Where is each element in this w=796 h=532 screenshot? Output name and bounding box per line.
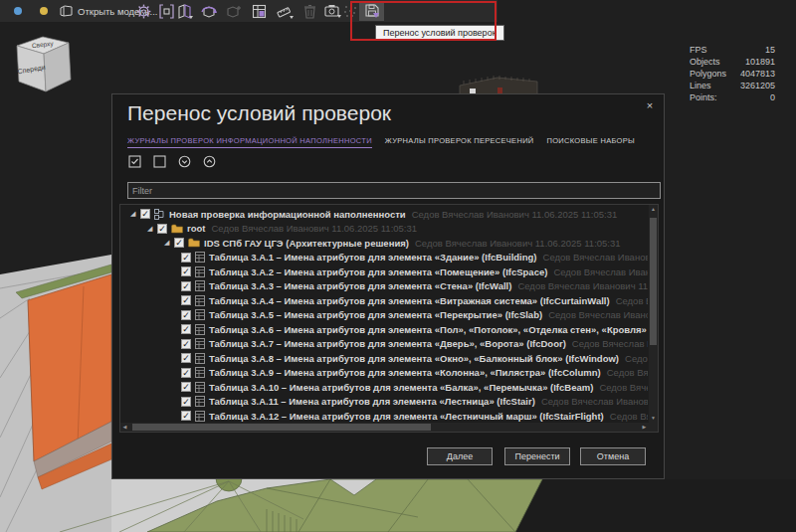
row-checkbox[interactable]: ✓	[181, 310, 191, 320]
table-icon	[195, 396, 205, 407]
stat-label: Points:	[690, 91, 717, 103]
trash-icon	[303, 4, 316, 19]
row-checkbox[interactable]: ✓	[181, 368, 191, 378]
table-icon	[195, 266, 205, 277]
add-cube-icon	[226, 4, 242, 19]
row-checkbox[interactable]: ✓	[181, 295, 191, 305]
row-label: Таблица 3.А.1 – Имена атрибутов для элем…	[209, 252, 537, 263]
horizontal-scroll-thumb[interactable]	[132, 424, 431, 431]
row-meta: Седов Вячеслав Иванович 11.06.2025 11:05…	[548, 309, 648, 320]
stats-panel: FPS15Objects101891Polygons4047813Lines32…	[690, 44, 775, 103]
row-label: Таблица 3.А.8 – Имена атрибутов для элем…	[209, 353, 619, 364]
tree-row[interactable]: ✓Таблица 3.А.9 – Имена атрибутов для эле…	[120, 366, 648, 381]
tree-row[interactable]: ◢✓Новая проверка информационной наполнен…	[120, 207, 648, 222]
attribute-table-button[interactable]	[249, 0, 270, 22]
orbit-model-button[interactable]	[198, 0, 219, 22]
dialog-tabs: ЖУРНАЛЫ ПРОВЕРОК ИНФОРМАЦИОННОЙ НАПОЛНЕН…	[127, 136, 635, 148]
stat-value: 15	[765, 44, 775, 56]
row-meta: Седов Вячеслав Иванович 11.06.2025 11:05…	[415, 238, 621, 249]
check-all-button[interactable]	[127, 154, 141, 168]
vertical-scrollbar[interactable]: ▲ ▼	[649, 205, 658, 423]
stat-label: FPS	[690, 44, 707, 56]
cancel-button[interactable]: Отмена	[580, 447, 646, 465]
stat-value: 101891	[745, 56, 775, 68]
table-icon	[195, 367, 205, 378]
row-checkbox[interactable]: ✓	[140, 209, 150, 219]
row-checkbox[interactable]: ✓	[181, 281, 191, 291]
transfer-checks-button[interactable]	[359, 1, 384, 21]
navigation-viewcube[interactable]: Сверху Спереди	[5, 30, 77, 99]
scroll-left-icon[interactable]: ◀	[120, 423, 129, 432]
table-icon	[195, 382, 205, 393]
row-label: Таблица 3.А.11 – Имена атрибутов для эле…	[209, 396, 535, 407]
tree-toolbar	[127, 154, 216, 168]
row-checkbox[interactable]: ✓	[181, 253, 191, 263]
scroll-down-icon[interactable]: ▼	[649, 414, 658, 423]
row-label: Таблица 3.А.3 – Имена атрибутов для элем…	[209, 280, 511, 291]
scroll-up-icon[interactable]: ▲	[649, 205, 658, 214]
selection-frame-button[interactable]	[156, 0, 177, 22]
tree-row[interactable]: ✓Таблица 3.А.5 – Имена атрибутов для эле…	[120, 308, 648, 323]
row-checkbox[interactable]: ✓	[157, 224, 167, 234]
expander-icon[interactable]: ◢	[130, 210, 140, 218]
tab-info-content-journals[interactable]: ЖУРНАЛЫ ПРОВЕРОК ИНФОРМАЦИОННОЙ НАПОЛНЕН…	[127, 136, 372, 148]
table-icon	[195, 353, 205, 364]
transfer-checks-icon	[364, 3, 380, 19]
stat-row: FPS15	[690, 44, 775, 56]
tree-row[interactable]: ✓Таблица 3.А.10 – Имена атрибутов для эл…	[120, 380, 648, 395]
tree-row[interactable]: ✓Таблица 3.А.6 – Имена атрибутов для эле…	[120, 322, 648, 337]
row-checkbox[interactable]: ✓	[181, 339, 191, 349]
collapse-all-button[interactable]	[202, 154, 216, 168]
row-checkbox[interactable]: ✓	[181, 382, 191, 392]
expand-all-button[interactable]	[177, 154, 191, 168]
tab-clash-journals[interactable]: ЖУРНАЛЫ ПРОВЕРОК ПЕРЕСЕЧЕНИЙ	[385, 136, 534, 148]
row-checkbox[interactable]: ✓	[174, 238, 184, 248]
close-icon[interactable]: ×	[643, 98, 657, 112]
tree-row[interactable]: ✓Таблица 3.А.1 – Имена атрибутов для эле…	[120, 251, 648, 266]
expander-icon[interactable]: ◢	[164, 239, 174, 247]
tree-row[interactable]: ✓Таблица 3.А.3 – Имена атрибутов для эле…	[120, 279, 648, 294]
scroll-right-icon[interactable]: ▶	[640, 423, 649, 432]
stat-label: Objects	[690, 56, 720, 68]
tab-search-sets[interactable]: ПОИСКОВЫЕ НАБОРЫ	[547, 136, 635, 148]
point-cloud-button[interactable]	[339, 0, 360, 22]
row-label: Таблица 3.А.9 – Имена атрибутов для элем…	[209, 367, 601, 378]
vertical-scroll-thumb[interactable]	[650, 218, 657, 345]
row-label: root	[187, 223, 205, 234]
check-all-icon	[128, 155, 141, 168]
tree-row[interactable]: ✓Таблица 3.А.4 – Имена атрибутов для эле…	[120, 293, 648, 308]
uncheck-all-button[interactable]	[152, 154, 166, 168]
row-checkbox[interactable]: ✓	[181, 324, 191, 334]
row-checkbox[interactable]: ✓	[181, 266, 191, 276]
measure-button[interactable]	[275, 0, 296, 22]
transfer-checks-dialog: × Перенос условий проверок ЖУРНАЛЫ ПРОВЕ…	[111, 93, 665, 479]
stat-row: Polygons4047813	[690, 68, 775, 80]
point-cloud-icon	[343, 4, 357, 18]
table-icon	[195, 338, 205, 349]
settings-button[interactable]	[133, 0, 154, 22]
row-checkbox[interactable]: ✓	[181, 411, 191, 421]
row-checkbox[interactable]: ✓	[181, 353, 191, 363]
filter-input[interactable]	[127, 182, 661, 199]
expander-icon[interactable]: ◢	[147, 225, 157, 233]
row-label: Новая проверка информационной наполненно…	[169, 209, 406, 220]
section-plane-button[interactable]	[175, 0, 196, 22]
tree-row[interactable]: ✓Таблица 3.А.11 – Имена атрибутов для эл…	[120, 395, 648, 410]
tree-row[interactable]: ✓Таблица 3.А.7 – Имена атрибутов для эле…	[120, 337, 648, 352]
scrollbar-corner	[649, 423, 658, 432]
row-meta: Седов Вячеслав Иванович 11.06.2025 11:05…	[541, 396, 648, 407]
add-object-button[interactable]	[223, 0, 244, 22]
tree-row[interactable]: ◢✓rootСедов Вячеслав Иванович 11.06.2025…	[120, 222, 648, 237]
tree-row[interactable]: ✓Таблица 3.А.2 – Имена атрибутов для эле…	[120, 265, 648, 279]
delete-button[interactable]	[299, 0, 320, 22]
orbit-cube-icon	[201, 4, 217, 19]
row-checkbox[interactable]: ✓	[181, 397, 191, 407]
transfer-button[interactable]: Перенести	[504, 447, 570, 465]
horizontal-scrollbar[interactable]: ◀ ▶	[120, 423, 649, 432]
stat-value: 3261205	[740, 80, 775, 91]
next-button[interactable]: Далее	[427, 447, 493, 465]
tree-row[interactable]: ✓Таблица 3.А.8 – Имена атрибутов для эле…	[120, 351, 648, 366]
tree-row[interactable]: ✓Таблица 3.А.12 – Имена атрибутов для эл…	[120, 409, 648, 422]
tree-row[interactable]: ◢✓IDS СПб ГАУ ЦГЭ (Архитектурные решения…	[120, 236, 648, 251]
table-icon	[195, 324, 205, 335]
